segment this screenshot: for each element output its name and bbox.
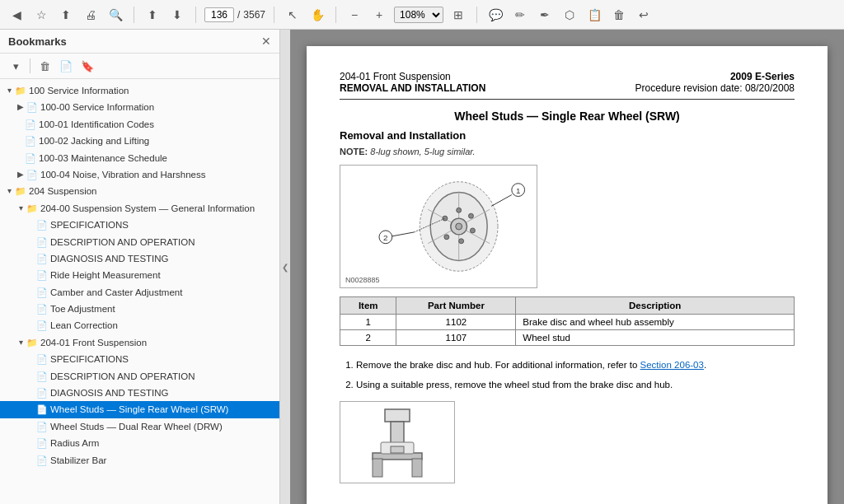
sidebar: Bookmarks ✕ ▾ 🗑 📄 🔖 ▾ 📁 100 Service Info… <box>0 30 280 504</box>
upload-button[interactable]: ⬆ <box>56 5 76 25</box>
tree-item-s204-00-diag[interactable]: 📄 DIAGNOSIS AND TESTING <box>0 250 279 267</box>
tree-label-s204-00-spec: SPECIFICATIONS <box>50 218 276 231</box>
tree-item-s204-00-camber[interactable]: 📄 Camber and Caster Adjustment <box>0 284 279 301</box>
tree-item-s204-00-desc[interactable]: 📄 DESCRIPTION AND OPERATION <box>0 234 279 250</box>
tree-item-s100-03[interactable]: 📄 100-03 Maintenance Schedule <box>0 150 279 166</box>
header-section-title: 204-01 Front Suspension <box>340 71 485 82</box>
svg-line-21 <box>392 232 415 236</box>
tree-item-s100-02[interactable]: 📄 100-02 Jacking and Lifting <box>0 133 279 149</box>
expander-s204[interactable]: ▾ <box>3 185 15 197</box>
separator4 <box>335 7 336 23</box>
svg-line-18 <box>491 195 512 207</box>
tree-item-s204-01-spec[interactable]: 📄 SPECIFICATIONS <box>0 351 279 367</box>
expander-s204-01[interactable]: ▾ <box>15 337 26 348</box>
tools-separator <box>30 58 30 73</box>
steps-list: Remove the brake disc and hub. For addit… <box>340 357 795 393</box>
hand-tool[interactable]: ✋ <box>307 5 327 25</box>
file-icon: 📄 <box>26 169 38 181</box>
sidebar-delete-tool[interactable]: 🗑 <box>35 57 54 75</box>
press-svg <box>348 405 447 479</box>
prev-page-upload[interactable]: ⬆ <box>143 5 162 25</box>
note-text: NOTE: 8-lug shown, 5-lug similar. <box>340 147 795 156</box>
delete-button[interactable]: 🗑 <box>609 5 629 25</box>
zoom-button[interactable]: 🔍 <box>106 5 125 25</box>
file-icon: 📄 <box>36 287 48 299</box>
header-divider <box>340 99 795 100</box>
svg-point-15 <box>443 216 448 221</box>
page-title: Wheel Studs — Single Rear Wheel (SRW) <box>340 110 795 123</box>
note-content: 8-lug shown, 5-lug similar. <box>370 147 475 156</box>
tree-item-s204-01-diag[interactable]: 📄 DIAGNOSIS AND TESTING <box>0 385 279 401</box>
svg-text:1: 1 <box>516 186 520 195</box>
tree-item-s204-01-wheel-drw[interactable]: 📄 Wheel Studs — Dual Rear Wheel (DRW) <box>0 418 279 435</box>
prev-page-down[interactable]: ⬇ <box>167 5 187 25</box>
sidebar-dropdown-button[interactable]: ▾ <box>7 57 25 75</box>
pencil-button[interactable]: ✏ <box>510 5 530 25</box>
tree-item-s100-01[interactable]: 📄 100-01 Identification Codes <box>0 116 279 133</box>
tree-item-s204-00-lean[interactable]: 📄 Lean Correction <box>0 317 279 334</box>
tree-item-s204-00-toe[interactable]: 📄 Toe Adjustment <box>0 301 279 317</box>
zoom-in-button[interactable]: + <box>369 5 389 25</box>
tree-label-s204-00: 204-00 Suspension System — General Infor… <box>40 202 276 215</box>
tree-item-s100-00[interactable]: ▶ 📄 100-00 Service Information <box>0 99 279 115</box>
col-desc: Description <box>516 297 795 315</box>
separator5 <box>476 7 477 23</box>
step1-link[interactable]: Section 206-03 <box>640 360 704 370</box>
undo-button[interactable]: ↩ <box>634 5 654 25</box>
page-navigation: 136 / 3567 <box>204 7 265 22</box>
svg-point-13 <box>459 239 464 244</box>
highlight-button[interactable]: ✒ <box>535 5 555 25</box>
page-number-input[interactable]: 136 <box>204 7 234 22</box>
fit-width-button[interactable]: ⊞ <box>448 5 468 25</box>
zoom-out-button[interactable]: − <box>345 5 364 25</box>
star-button[interactable]: ☆ <box>31 5 51 25</box>
shape-button[interactable]: ⬡ <box>560 5 579 25</box>
sidebar-collapse-handle[interactable]: ❮ <box>280 30 290 504</box>
tree-label-s100: 100 Service Information <box>29 84 276 97</box>
folder-icon: 📁 <box>26 337 38 349</box>
col-part: Part Number <box>396 297 516 315</box>
file-icon: 📄 <box>25 135 36 147</box>
expander-s100-00[interactable]: ▶ <box>15 101 26 113</box>
sidebar-close-button[interactable]: ✕ <box>261 35 271 48</box>
expander-s100-04[interactable]: ▶ <box>15 169 26 180</box>
tree-item-s204-00-ride[interactable]: 📄 Ride Height Measurement <box>0 267 279 283</box>
sidebar-page-tool[interactable]: 📄 <box>57 57 75 75</box>
tree-item-s204-01-desc[interactable]: 📄 DESCRIPTION AND OPERATION <box>0 368 279 385</box>
tree-item-s204[interactable]: ▾ 📁 204 Suspension <box>0 183 279 199</box>
table-row: 1 1102 Brake disc and wheel hub assembly <box>340 315 795 330</box>
print-button[interactable]: 🖨 <box>81 5 101 25</box>
svg-rect-29 <box>412 459 422 477</box>
tree-item-s204-01-stab[interactable]: 📄 Stabilizer Bar <box>0 452 279 469</box>
tree-item-s204-01-radius[interactable]: 📄 Radius Arm <box>0 435 279 451</box>
step2-text: Using a suitable press, remove the wheel… <box>356 380 673 390</box>
back-button[interactable]: ◀ <box>7 5 26 25</box>
expander-s204-00[interactable]: ▾ <box>15 203 26 214</box>
cursor-tool[interactable]: ↖ <box>283 5 302 25</box>
tree-item-s100-04[interactable]: ▶ 📄 100-04 Noise, Vibration and Harshnes… <box>0 166 279 183</box>
illustration-label: N0028885 <box>345 276 380 284</box>
zoom-selector[interactable]: 108% 100% 75% 150% <box>394 7 443 23</box>
tree-label-s204-01-desc: DESCRIPTION AND OPERATION <box>50 370 276 383</box>
tree-label-s204-01-radius: Radius Arm <box>50 436 276 450</box>
expander-s100[interactable]: ▾ <box>3 85 15 96</box>
row1-desc: Brake disc and wheel hub assembly <box>516 315 795 330</box>
toolbar: ◀ ☆ ⬆ 🖨 🔍 ⬆ ⬇ 136 / 3567 ↖ ✋ − + 108% 10… <box>0 0 844 30</box>
annotation-button[interactable]: 💬 <box>485 5 505 25</box>
stamp-button[interactable]: 📋 <box>584 5 604 25</box>
tree-label-s204-00-toe: Toe Adjustment <box>50 302 276 315</box>
main-area: Bookmarks ✕ ▾ 🗑 📄 🔖 ▾ 📁 100 Service Info… <box>0 30 844 504</box>
sidebar-bookmark-tool[interactable]: 🔖 <box>78 57 96 75</box>
tree-label-s204-00-ride: Ride Height Measurement <box>50 268 276 282</box>
header-right: 2009 E-Series Procedure revision date: 0… <box>635 71 795 94</box>
tree-label-s204-01: 204-01 Front Suspension <box>40 336 276 349</box>
tree-item-s204-01[interactable]: ▾ 📁 204-01 Front Suspension <box>0 334 279 351</box>
tree-item-s204-00-spec[interactable]: 📄 SPECIFICATIONS <box>0 217 279 233</box>
svg-point-10 <box>457 208 462 212</box>
svg-rect-27 <box>391 446 404 453</box>
tree-label-s204-00-diag: DIAGNOSIS AND TESTING <box>50 252 276 265</box>
tree-item-s204-00[interactable]: ▾ 📁 204-00 Suspension System — General I… <box>0 200 279 217</box>
file-icon: 📄 <box>36 437 48 450</box>
tree-item-s100[interactable]: ▾ 📁 100 Service Information <box>0 82 279 99</box>
tree-item-s204-01-wheel-srw[interactable]: 📄 Wheel Studs — Single Rear Wheel (SRW) <box>0 401 279 418</box>
